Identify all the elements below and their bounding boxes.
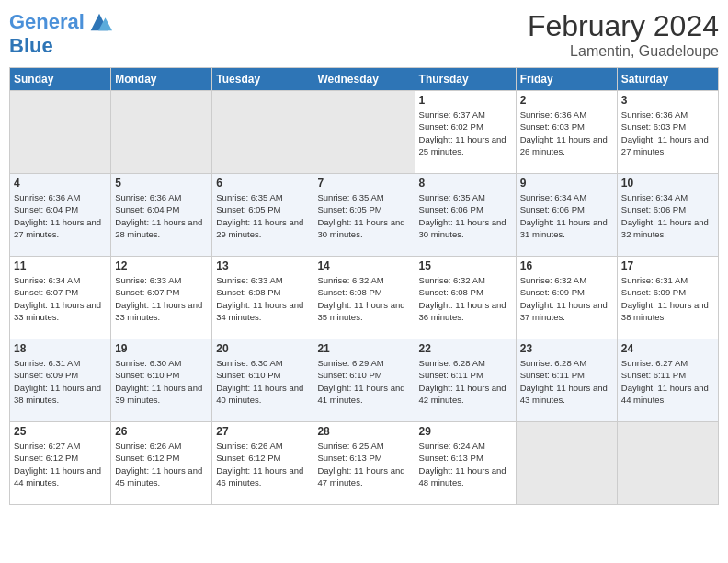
sunrise: Sunrise: 6:30 AM bbox=[115, 358, 181, 368]
day-number: 13 bbox=[216, 259, 309, 272]
day-info: Sunrise: 6:28 AMSunset: 6:11 PMDaylight:… bbox=[520, 357, 613, 406]
calendar-cell bbox=[516, 422, 617, 505]
calendar-cell: 23Sunrise: 6:28 AMSunset: 6:11 PMDayligh… bbox=[516, 339, 617, 422]
calendar-cell: 21Sunrise: 6:29 AMSunset: 6:10 PMDayligh… bbox=[313, 339, 415, 422]
header-saturday: Saturday bbox=[617, 68, 718, 91]
sunrise: Sunrise: 6:37 AM bbox=[419, 109, 485, 120]
calendar-cell: 1Sunrise: 6:37 AMSunset: 6:02 PMDaylight… bbox=[415, 91, 516, 174]
day-number: 2 bbox=[520, 94, 613, 107]
sunrise: Sunrise: 6:26 AM bbox=[115, 441, 181, 451]
calendar-cell: 3Sunrise: 6:36 AMSunset: 6:03 PMDaylight… bbox=[617, 91, 718, 174]
day-number: 9 bbox=[520, 177, 613, 190]
calendar-cell: 5Sunrise: 6:36 AMSunset: 6:04 PMDaylight… bbox=[111, 174, 212, 257]
calendar-cell: 11Sunrise: 6:34 AMSunset: 6:07 PMDayligh… bbox=[10, 257, 111, 339]
sunset: Sunset: 6:05 PM bbox=[317, 204, 381, 214]
sunset: Sunset: 6:06 PM bbox=[520, 204, 585, 214]
day-info: Sunrise: 6:37 AMSunset: 6:02 PMDaylight:… bbox=[419, 109, 512, 157]
day-info: Sunrise: 6:26 AMSunset: 6:12 PMDaylight:… bbox=[115, 440, 208, 488]
daylight: Daylight: 11 hours and 36 minutes. bbox=[419, 300, 506, 322]
sunrise: Sunrise: 6:36 AM bbox=[520, 109, 586, 120]
calendar-cell bbox=[212, 91, 313, 174]
daylight: Daylight: 11 hours and 39 minutes. bbox=[115, 383, 202, 405]
daylight: Daylight: 11 hours and 48 minutes. bbox=[419, 465, 506, 488]
day-info: Sunrise: 6:35 AMSunset: 6:05 PMDaylight:… bbox=[216, 191, 309, 240]
day-number: 15 bbox=[419, 259, 512, 272]
sunrise: Sunrise: 6:34 AM bbox=[520, 192, 586, 202]
sunrise: Sunrise: 6:26 AM bbox=[216, 441, 282, 451]
day-number: 16 bbox=[520, 259, 613, 272]
day-number: 22 bbox=[419, 342, 512, 355]
day-info: Sunrise: 6:30 AMSunset: 6:10 PMDaylight:… bbox=[115, 357, 208, 406]
title-block: February 2024 Lamentin, Guadeloupe bbox=[528, 9, 719, 60]
header-sunday: Sunday bbox=[10, 68, 111, 91]
day-number: 28 bbox=[317, 425, 410, 438]
sunset: Sunset: 6:10 PM bbox=[317, 370, 381, 380]
subtitle: Lamentin, Guadeloupe bbox=[528, 43, 719, 60]
day-number: 6 bbox=[216, 177, 309, 190]
day-number: 21 bbox=[317, 342, 410, 355]
sunrise: Sunrise: 6:25 AM bbox=[317, 441, 383, 451]
sunset: Sunset: 6:13 PM bbox=[419, 453, 483, 463]
daylight: Daylight: 11 hours and 30 minutes. bbox=[317, 217, 404, 239]
calendar-cell: 15Sunrise: 6:32 AMSunset: 6:08 PMDayligh… bbox=[415, 257, 516, 339]
sunset: Sunset: 6:03 PM bbox=[621, 121, 686, 132]
calendar-header-row: SundayMondayTuesdayWednesdayThursdayFrid… bbox=[10, 68, 719, 91]
calendar-week-row: 11Sunrise: 6:34 AMSunset: 6:07 PMDayligh… bbox=[10, 257, 719, 339]
header-monday: Monday bbox=[111, 68, 212, 91]
day-number: 18 bbox=[14, 342, 107, 355]
day-number: 3 bbox=[621, 94, 714, 107]
calendar-cell: 8Sunrise: 6:35 AMSunset: 6:06 PMDaylight… bbox=[415, 174, 516, 257]
day-info: Sunrise: 6:24 AMSunset: 6:13 PMDaylight:… bbox=[419, 440, 512, 488]
day-info: Sunrise: 6:28 AMSunset: 6:11 PMDaylight:… bbox=[419, 357, 512, 406]
daylight: Daylight: 11 hours and 30 minutes. bbox=[419, 217, 506, 239]
daylight: Daylight: 11 hours and 45 minutes. bbox=[115, 465, 202, 488]
calendar-cell: 18Sunrise: 6:31 AMSunset: 6:09 PMDayligh… bbox=[10, 339, 111, 422]
sunset: Sunset: 6:10 PM bbox=[216, 370, 280, 380]
day-info: Sunrise: 6:35 AMSunset: 6:05 PMDaylight:… bbox=[317, 191, 410, 240]
sunset: Sunset: 6:04 PM bbox=[14, 204, 78, 214]
sunrise: Sunrise: 6:32 AM bbox=[317, 275, 383, 285]
calendar-cell bbox=[10, 91, 111, 174]
day-info: Sunrise: 6:36 AMSunset: 6:03 PMDaylight:… bbox=[621, 109, 714, 157]
sunset: Sunset: 6:09 PM bbox=[14, 370, 78, 380]
daylight: Daylight: 11 hours and 27 minutes. bbox=[14, 217, 101, 239]
sunset: Sunset: 6:09 PM bbox=[520, 287, 585, 297]
day-number: 10 bbox=[621, 177, 714, 190]
calendar-cell: 17Sunrise: 6:31 AMSunset: 6:09 PMDayligh… bbox=[617, 257, 718, 339]
calendar-cell bbox=[111, 91, 212, 174]
daylight: Daylight: 11 hours and 28 minutes. bbox=[115, 217, 202, 239]
sunrise: Sunrise: 6:35 AM bbox=[317, 192, 383, 202]
daylight: Daylight: 11 hours and 38 minutes. bbox=[621, 300, 709, 322]
daylight: Daylight: 11 hours and 34 minutes. bbox=[216, 300, 303, 322]
day-number: 8 bbox=[419, 177, 512, 190]
calendar-cell: 14Sunrise: 6:32 AMSunset: 6:08 PMDayligh… bbox=[313, 257, 415, 339]
sunrise: Sunrise: 6:24 AM bbox=[419, 441, 485, 451]
day-info: Sunrise: 6:29 AMSunset: 6:10 PMDaylight:… bbox=[317, 357, 410, 406]
day-number: 5 bbox=[115, 177, 208, 190]
day-info: Sunrise: 6:25 AMSunset: 6:13 PMDaylight:… bbox=[317, 440, 410, 488]
calendar-cell: 12Sunrise: 6:33 AMSunset: 6:07 PMDayligh… bbox=[111, 257, 212, 339]
daylight: Daylight: 11 hours and 33 minutes. bbox=[115, 300, 202, 322]
day-number: 1 bbox=[419, 94, 512, 107]
calendar-cell bbox=[313, 91, 415, 174]
sunrise: Sunrise: 6:36 AM bbox=[14, 192, 80, 202]
daylight: Daylight: 11 hours and 29 minutes. bbox=[216, 217, 303, 239]
day-number: 17 bbox=[621, 259, 714, 272]
sunset: Sunset: 6:02 PM bbox=[419, 121, 483, 132]
sunrise: Sunrise: 6:30 AM bbox=[216, 358, 282, 368]
calendar-cell: 10Sunrise: 6:34 AMSunset: 6:06 PMDayligh… bbox=[617, 174, 718, 257]
calendar-week-row: 25Sunrise: 6:27 AMSunset: 6:12 PMDayligh… bbox=[10, 422, 719, 505]
daylight: Daylight: 11 hours and 38 minutes. bbox=[14, 383, 101, 405]
calendar-cell: 26Sunrise: 6:26 AMSunset: 6:12 PMDayligh… bbox=[111, 422, 212, 505]
calendar-cell: 2Sunrise: 6:36 AMSunset: 6:03 PMDaylight… bbox=[516, 91, 617, 174]
daylight: Daylight: 11 hours and 41 minutes. bbox=[317, 383, 404, 405]
day-number: 25 bbox=[14, 425, 107, 438]
sunset: Sunset: 6:11 PM bbox=[520, 370, 585, 380]
header-thursday: Thursday bbox=[415, 68, 516, 91]
sunrise: Sunrise: 6:35 AM bbox=[216, 192, 282, 202]
sunrise: Sunrise: 6:36 AM bbox=[115, 192, 181, 202]
day-number: 20 bbox=[216, 342, 309, 355]
sunset: Sunset: 6:12 PM bbox=[216, 453, 280, 463]
day-info: Sunrise: 6:36 AMSunset: 6:04 PMDaylight:… bbox=[115, 191, 208, 240]
sunset: Sunset: 6:08 PM bbox=[216, 287, 280, 297]
